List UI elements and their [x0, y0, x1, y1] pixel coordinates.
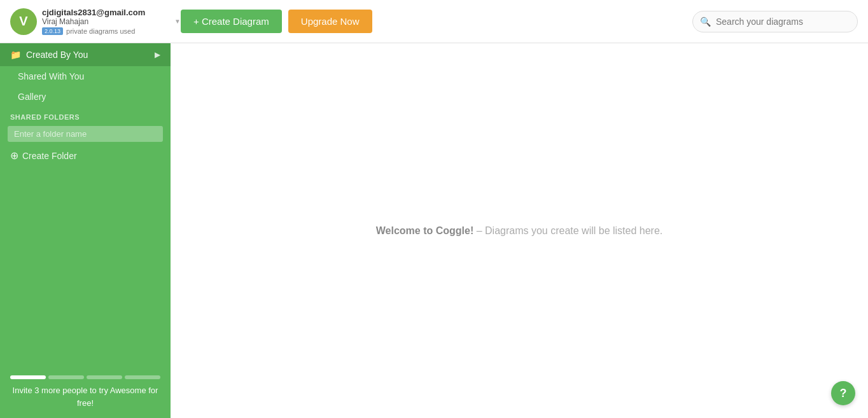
plus-circle-icon: ⊕ — [10, 150, 18, 162]
plan-badge: 2.0.13 — [42, 27, 63, 35]
sidebar-item-created-by-you[interactable]: 📁 Created By You ▶ — [0, 43, 171, 66]
sidebar-item-label-created: Created By You — [26, 50, 88, 60]
topbar-actions: + Create Diagram Upgrade Now 🔍 — [181, 10, 858, 33]
user-email: cjdigitals2831@gmail.com — [42, 8, 174, 17]
user-plan: 2.0.13 private diagrams used — [42, 27, 174, 35]
folder-icon: 📁 — [10, 50, 21, 60]
search-input[interactable] — [692, 11, 858, 32]
topbar: V cjdigitals2831@gmail.com Viraj Mahajan… — [0, 0, 868, 43]
upgrade-button[interactable]: Upgrade Now — [288, 10, 372, 33]
progress-segment-4 — [125, 375, 160, 379]
create-folder-label: Create Folder — [22, 151, 77, 161]
create-folder-button[interactable]: ⊕ Create Folder — [0, 144, 171, 167]
search-container: 🔍 — [692, 11, 858, 32]
plan-text: private diagrams used — [66, 27, 135, 35]
sidebar-item-shared-with-you[interactable]: Shared With You — [0, 66, 171, 87]
content-area: Welcome to Coggle! – Diagrams you create… — [171, 43, 868, 418]
welcome-rest: – Diagrams you create will be listed her… — [473, 225, 662, 236]
chevron-right-icon: ▶ — [155, 50, 160, 59]
avatar[interactable]: V — [10, 8, 37, 35]
progress-bar — [10, 375, 160, 379]
invite-text: Invite 3 more people to try Awesome for … — [10, 384, 160, 409]
welcome-bold: Welcome to Coggle! — [376, 225, 474, 236]
sidebar: 📁 Created By You ▶ Shared With You Galle… — [0, 43, 171, 418]
dropdown-arrow-icon[interactable]: ▼ — [174, 18, 181, 25]
main-layout: 📁 Created By You ▶ Shared With You Galle… — [0, 43, 868, 418]
shared-folders-label: SHARED FOLDERS — [0, 107, 171, 123]
sidebar-bottom: Invite 3 more people to try Awesome for … — [0, 369, 171, 418]
progress-segment-2 — [48, 375, 84, 379]
user-section: V cjdigitals2831@gmail.com Viraj Mahajan… — [10, 8, 181, 35]
user-info: cjdigitals2831@gmail.com Viraj Mahajan 2… — [42, 8, 174, 35]
sidebar-item-gallery[interactable]: Gallery — [0, 87, 171, 107]
help-button[interactable]: ? — [831, 381, 855, 405]
progress-segment-1 — [10, 375, 46, 379]
welcome-message: Welcome to Coggle! – Diagrams you create… — [376, 225, 663, 237]
user-name: Viraj Mahajan — [42, 17, 174, 26]
progress-segment-3 — [87, 375, 122, 379]
folder-name-input[interactable] — [8, 126, 163, 142]
search-icon: 🔍 — [700, 17, 711, 27]
create-diagram-button[interactable]: + Create Diagram — [181, 10, 282, 33]
